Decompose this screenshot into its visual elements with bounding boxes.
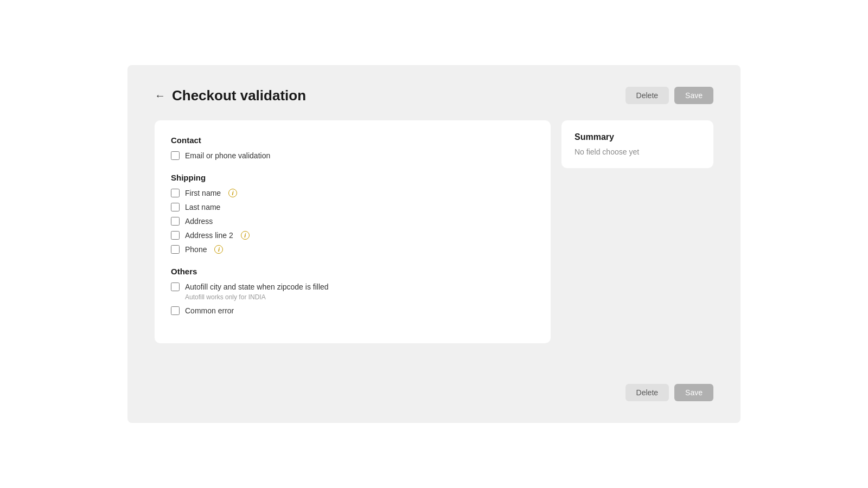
shipping-section-title: Shipping <box>171 173 534 182</box>
summary-card: Summary No field choose yet <box>561 120 713 168</box>
others-checkbox-1[interactable] <box>171 306 180 315</box>
shipping-field-2: Address <box>171 217 534 226</box>
footer-actions: Delete Save <box>626 384 713 401</box>
shipping-label-2: Address <box>185 217 213 226</box>
shipping-checkbox-4[interactable] <box>171 245 180 254</box>
content-area: Contact Email or phone validation Shippi… <box>155 120 713 343</box>
shipping-section: Shipping First name i Last name Address <box>171 173 534 254</box>
others-field-0: Autofill city and state when zipcode is … <box>171 282 534 291</box>
shipping-field-1: Last name <box>171 203 534 211</box>
back-arrow-icon[interactable]: ← <box>155 89 165 102</box>
save-button[interactable]: Save <box>674 87 713 104</box>
main-card: Contact Email or phone validation Shippi… <box>155 120 551 343</box>
shipping-field-3: Address line 2 i <box>171 231 534 240</box>
others-section-title: Others <box>171 267 534 276</box>
contact-label-0: Email or phone validation <box>185 151 270 160</box>
page-header: ← Checkout validation Delete Save <box>155 87 713 104</box>
footer-save-button[interactable]: Save <box>674 384 713 401</box>
shipping-field-4: Phone i <box>171 245 534 254</box>
shipping-info-icon-4[interactable]: i <box>214 245 223 254</box>
delete-button[interactable]: Delete <box>626 87 669 104</box>
others-sublabel-0: Autofill works only for INDIA <box>185 293 534 301</box>
shipping-label-0: First name <box>185 189 221 197</box>
contact-section-title: Contact <box>171 136 534 145</box>
shipping-info-icon-0[interactable]: i <box>228 189 237 197</box>
page-title: Checkout validation <box>172 87 306 104</box>
shipping-label-4: Phone <box>185 245 207 254</box>
contact-field-0: Email or phone validation <box>171 151 534 160</box>
contact-checkbox-0[interactable] <box>171 151 180 160</box>
shipping-label-3: Address line 2 <box>185 231 233 240</box>
summary-title: Summary <box>575 132 700 142</box>
contact-section: Contact Email or phone validation <box>171 136 534 160</box>
header-actions: Delete Save <box>626 87 713 104</box>
shipping-checkbox-0[interactable] <box>171 189 180 197</box>
shipping-label-1: Last name <box>185 203 220 211</box>
others-checkbox-0[interactable] <box>171 282 180 291</box>
summary-empty-text: No field choose yet <box>575 147 700 156</box>
shipping-checkbox-2[interactable] <box>171 217 180 226</box>
header-left: ← Checkout validation <box>155 87 306 104</box>
others-field-1: Common error <box>171 306 534 315</box>
others-label-1: Common error <box>185 306 234 315</box>
page-container: ← Checkout validation Delete Save Contac… <box>127 65 741 423</box>
shipping-checkbox-1[interactable] <box>171 203 180 211</box>
shipping-field-0: First name i <box>171 189 534 197</box>
others-label-0: Autofill city and state when zipcode is … <box>185 282 329 291</box>
others-section: Others Autofill city and state when zipc… <box>171 267 534 315</box>
footer-delete-button[interactable]: Delete <box>626 384 669 401</box>
shipping-checkbox-3[interactable] <box>171 231 180 240</box>
shipping-info-icon-3[interactable]: i <box>241 231 250 240</box>
